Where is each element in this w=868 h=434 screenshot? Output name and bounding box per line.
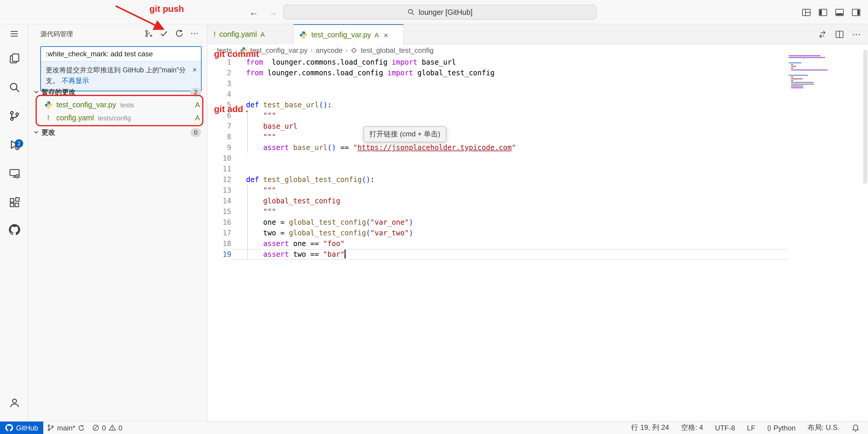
remote-explorer-icon[interactable] bbox=[0, 165, 28, 181]
code-line-9[interactable]: assert base_url() == "https://jsonplaceh… bbox=[246, 142, 516, 153]
code-line-17[interactable]: two = global_test_config("var_two") bbox=[246, 228, 516, 238]
code-token: """ bbox=[246, 133, 276, 141]
notifications-bell-icon[interactable] bbox=[848, 421, 863, 434]
yaml-file-icon: ! bbox=[213, 30, 216, 38]
minimap-line bbox=[788, 75, 808, 76]
dont-show-again-link[interactable]: 不再显示 bbox=[62, 77, 89, 84]
code-line-15[interactable]: """ bbox=[246, 206, 516, 217]
extensions-icon[interactable] bbox=[0, 194, 28, 210]
toggle-panel-icon[interactable] bbox=[835, 7, 844, 17]
line-number: 7 bbox=[208, 121, 231, 132]
more-actions-icon[interactable]: ⋯ bbox=[852, 29, 861, 40]
code-line-4[interactable] bbox=[246, 89, 516, 100]
code-token: lounger.commons.load_config bbox=[263, 69, 388, 77]
open-changes-icon[interactable] bbox=[817, 30, 827, 39]
code-line-14[interactable]: global_test_config bbox=[246, 196, 516, 206]
split-editor-icon[interactable] bbox=[835, 30, 844, 39]
breadcrumb-item[interactable]: tests bbox=[217, 46, 232, 55]
code-token bbox=[289, 144, 293, 152]
changes-label: 更改 bbox=[41, 128, 55, 137]
line-number: 4 bbox=[208, 89, 231, 100]
more-actions-icon[interactable]: ⋯ bbox=[190, 28, 198, 38]
back-button[interactable]: ← bbox=[249, 7, 258, 18]
code-token: base_url bbox=[246, 122, 297, 130]
staged-file-row-test-config-var[interactable]: test_config_var.py tests A bbox=[28, 98, 207, 112]
title-bar: ← → lounger [GitHub] bbox=[0, 0, 868, 24]
account-icon[interactable] bbox=[0, 395, 28, 410]
code-token: () bbox=[362, 176, 370, 184]
breadcrumb-item[interactable]: test_global_test_config bbox=[361, 46, 434, 55]
code-line-3[interactable] bbox=[246, 78, 516, 89]
changes-header[interactable]: 更改 0 bbox=[28, 126, 207, 139]
breadcrumb-item[interactable]: test_config_var.py bbox=[250, 46, 307, 55]
command-center-search[interactable]: lounger [GitHub] bbox=[283, 5, 596, 20]
error-icon bbox=[92, 424, 100, 432]
code-line-11[interactable] bbox=[246, 164, 516, 174]
search-view-icon[interactable] bbox=[0, 80, 28, 95]
vertical-scrollbar[interactable] bbox=[863, 50, 867, 184]
language-mode[interactable]: {} Python bbox=[764, 421, 799, 434]
code-link[interactable]: https://jsonplaceholder.typicode.com bbox=[358, 144, 512, 152]
eol-sequence[interactable]: LF bbox=[743, 421, 759, 434]
indentation[interactable]: 空格: 4 bbox=[677, 421, 707, 434]
code-token: "foo" bbox=[323, 240, 344, 248]
github-icon bbox=[5, 424, 13, 432]
git-status-added: A bbox=[195, 114, 200, 122]
line-number: 13 bbox=[208, 185, 231, 196]
cursor-position[interactable]: 行 19, 列 24 bbox=[627, 421, 673, 434]
toggle-secondary-sidebar-icon[interactable] bbox=[851, 7, 861, 17]
forward-button[interactable]: → bbox=[268, 7, 277, 18]
tab-test-config-var-py[interactable]: test_config_var.py A × bbox=[293, 24, 404, 45]
code-token: """ bbox=[246, 112, 276, 120]
line-number: 19 bbox=[208, 249, 231, 260]
changes-count-badge: 0 bbox=[190, 128, 201, 137]
line-number: 11 bbox=[208, 164, 231, 174]
text-cursor bbox=[344, 250, 345, 258]
symbol-method-icon bbox=[351, 47, 358, 54]
keyboard-layout[interactable]: 布局: U.S. bbox=[804, 421, 843, 434]
tab-config-yaml[interactable]: ! config.yaml A bbox=[208, 24, 293, 44]
commit-message-input[interactable] bbox=[41, 47, 201, 61]
github-view-icon[interactable] bbox=[0, 222, 28, 237]
tab-close-icon[interactable]: × bbox=[383, 31, 388, 39]
notice-close-icon[interactable]: × bbox=[192, 64, 197, 76]
code-token: ( bbox=[366, 229, 370, 237]
line-number: 2 bbox=[208, 68, 231, 78]
customize-layout-icon[interactable] bbox=[802, 7, 811, 17]
breadcrumb-separator: › bbox=[346, 47, 348, 54]
remote-indicator[interactable]: GitHub bbox=[0, 421, 43, 434]
code-line-10[interactable] bbox=[246, 153, 516, 164]
code-token: lounger.commons.load_config bbox=[263, 58, 392, 66]
line-number: 1 bbox=[208, 57, 231, 68]
line-number: 3 bbox=[208, 78, 231, 89]
menu-icon[interactable] bbox=[0, 26, 28, 41]
refresh-icon[interactable] bbox=[175, 29, 184, 38]
create-branch-icon[interactable] bbox=[144, 29, 153, 38]
code-line-13[interactable]: """ bbox=[246, 185, 516, 196]
commit-check-icon[interactable] bbox=[159, 29, 168, 38]
toggle-primary-sidebar-icon[interactable] bbox=[818, 7, 828, 17]
code-token: one == bbox=[289, 240, 323, 248]
source-control-icon[interactable] bbox=[0, 108, 28, 123]
code-token: "bar" bbox=[323, 250, 344, 258]
explorer-icon[interactable] bbox=[0, 51, 28, 66]
minimap[interactable] bbox=[788, 55, 829, 89]
branch-indicator[interactable]: main* bbox=[43, 421, 88, 434]
code-line-6[interactable]: """ bbox=[246, 110, 516, 121]
code-lines[interactable]: from lounger.commons.load_config import … bbox=[246, 57, 516, 260]
minimap-line bbox=[791, 66, 797, 67]
breadcrumb-item[interactable]: anycode bbox=[316, 46, 343, 55]
staged-file-row-config-yaml[interactable]: ! config.yaml tests/config A bbox=[28, 112, 207, 125]
problems-indicator[interactable]: 0 0 bbox=[88, 421, 126, 434]
code-line-1[interactable]: from lounger.commons.load_config import … bbox=[246, 57, 516, 68]
code-line-2[interactable]: from lounger.commons.load_config import … bbox=[246, 68, 516, 78]
run-debug-icon[interactable] bbox=[0, 137, 28, 152]
code-line-5[interactable]: def test_base_url(): bbox=[246, 100, 516, 110]
code-line-12[interactable]: def test_global_test_config(): bbox=[246, 174, 516, 185]
code-line-19[interactable]: assert two == "bar" bbox=[246, 249, 516, 260]
code-line-18[interactable]: assert one == "foo" bbox=[246, 238, 516, 249]
line-number: 9 bbox=[208, 142, 231, 153]
staged-changes-header[interactable]: 暂存的更改 2 bbox=[28, 85, 207, 98]
code-line-16[interactable]: one = global_test_config("var_one") bbox=[246, 217, 516, 228]
encoding[interactable]: UTF-8 bbox=[711, 421, 739, 434]
